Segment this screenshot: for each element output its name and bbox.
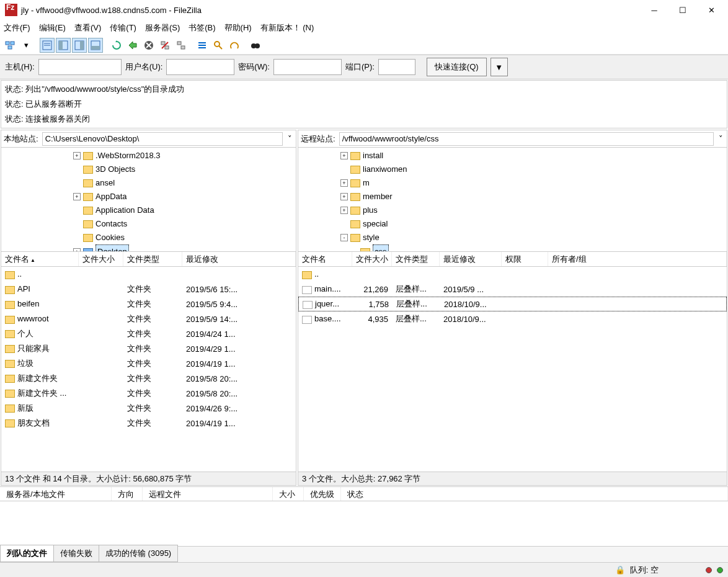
menu-bookmark[interactable]: 书签(B): [189, 22, 215, 34]
close-button[interactable]: ✕: [697, 1, 726, 19]
refresh-button[interactable]: [109, 38, 124, 53]
col-modified[interactable]: 最近修改: [440, 252, 502, 266]
expand-icon[interactable]: +: [73, 248, 81, 252]
menu-transfer[interactable]: 传输(T): [110, 22, 136, 34]
file-row[interactable]: 新建文件夹文件夹2019/5/8 20:...: [1, 371, 296, 386]
file-row[interactable]: 只能家具文件夹2019/4/29 1...: [1, 341, 296, 356]
file-row[interactable]: ..: [1, 267, 296, 282]
tree-node[interactable]: special: [301, 217, 724, 231]
quickconnect-dropdown[interactable]: ▼: [491, 58, 508, 76]
compare-button[interactable]: [227, 38, 242, 53]
search-button[interactable]: [211, 38, 226, 53]
file-row[interactable]: wwwroot文件夹2019/5/9 14:...: [1, 311, 296, 326]
qcol-status[interactable]: 状态: [341, 487, 728, 501]
remote-path-dropdown-icon[interactable]: ˅: [715, 134, 727, 143]
message-log[interactable]: 状态: 列出"/vffwood/wwwroot/style/css"的目录成功 …: [1, 80, 727, 128]
tree-node[interactable]: +AppData: [4, 190, 293, 204]
col-modified[interactable]: 最近修改: [182, 252, 296, 266]
tree-node[interactable]: +m: [301, 176, 724, 190]
col-perm[interactable]: 权限: [502, 252, 548, 266]
site-manager-button[interactable]: [2, 38, 17, 53]
qcol-dir[interactable]: 方向: [112, 487, 143, 501]
tree-node[interactable]: +install: [301, 149, 724, 163]
tree-node[interactable]: +plus: [301, 204, 724, 217]
remote-path-input[interactable]: [339, 132, 714, 146]
local-tree[interactable]: +.WebStorm2018.33D Objectsansel+AppDataA…: [1, 148, 296, 252]
tree-node[interactable]: lianxiwomen: [301, 163, 724, 176]
col-owner[interactable]: 所有者/组: [548, 252, 727, 266]
file-row[interactable]: 新建文件夹 ...文件夹2019/5/8 20:...: [1, 386, 296, 401]
expand-icon[interactable]: +: [340, 179, 348, 187]
filter-button[interactable]: [195, 38, 210, 53]
toggle-log-button[interactable]: [40, 38, 55, 53]
qcol-priority[interactable]: 优先级: [304, 487, 341, 501]
tree-node[interactable]: 3D Objects: [4, 163, 293, 176]
toggle-remote-tree-button[interactable]: [72, 38, 87, 53]
col-name[interactable]: 文件名: [1, 252, 79, 266]
toggle-local-tree-button[interactable]: [56, 38, 71, 53]
local-path-input[interactable]: [42, 132, 283, 146]
file-row[interactable]: 个人文件夹2019/4/24 1...: [1, 326, 296, 341]
cancel-button[interactable]: [141, 38, 156, 53]
toggle-queue-button[interactable]: [88, 38, 103, 53]
minimize-button[interactable]: ─: [640, 1, 668, 19]
tree-node[interactable]: css: [301, 244, 724, 252]
file-row[interactable]: 朋友文档文件夹2019/4/19 1...: [1, 416, 296, 431]
expand-icon[interactable]: -: [340, 234, 348, 241]
binoculars-icon[interactable]: [248, 38, 263, 53]
tab-failed[interactable]: 传输失败: [53, 545, 99, 562]
file-row[interactable]: 新版文件夹2019/4/26 9:...: [1, 401, 296, 416]
reconnect-button[interactable]: [174, 38, 189, 53]
col-size[interactable]: 文件大小: [79, 252, 123, 266]
site-manager-dropdown[interactable]: ▾: [19, 38, 33, 53]
menu-edit[interactable]: 编辑(E): [39, 22, 66, 34]
file-row[interactable]: jquer...1,758层叠样...2018/10/9...: [298, 297, 727, 311]
tree-node[interactable]: Contacts: [4, 217, 293, 231]
menu-server[interactable]: 服务器(S): [145, 22, 180, 34]
tree-node[interactable]: +Desktop: [4, 244, 293, 252]
host-input[interactable]: [38, 59, 122, 75]
col-size[interactable]: 文件大小: [352, 252, 392, 266]
col-type[interactable]: 文件类型: [123, 252, 182, 266]
qcol-size[interactable]: 大小: [273, 487, 304, 501]
maximize-button[interactable]: ☐: [668, 1, 697, 19]
pass-input[interactable]: [273, 59, 342, 75]
file-row[interactable]: main....21,269层叠样...2019/5/9 ...: [298, 282, 727, 297]
expand-icon[interactable]: +: [73, 193, 81, 200]
menu-help[interactable]: 帮助(H): [224, 22, 252, 34]
file-row[interactable]: ..: [298, 267, 727, 282]
menu-file[interactable]: 文件(F): [4, 22, 30, 34]
user-input[interactable]: [166, 59, 234, 75]
file-row[interactable]: 垃圾文件夹2019/4/19 1...: [1, 356, 296, 371]
expand-icon[interactable]: +: [340, 152, 348, 159]
expand-icon[interactable]: +: [340, 207, 348, 214]
queue-body[interactable]: [0, 501, 728, 546]
menu-new-version[interactable]: 有新版本！ (N): [260, 22, 314, 34]
col-type[interactable]: 文件类型: [392, 252, 440, 266]
file-row[interactable]: base....4,935层叠样...2018/10/9...: [298, 311, 727, 326]
qcol-serverfile[interactable]: 服务器/本地文件: [0, 487, 112, 501]
qcol-remote[interactable]: 远程文件: [143, 487, 273, 501]
menu-view[interactable]: 查看(V): [74, 22, 101, 34]
process-queue-button[interactable]: [125, 38, 140, 53]
tree-node[interactable]: +member: [301, 190, 724, 204]
local-file-list[interactable]: ..API文件夹2019/5/6 15:...beifen文件夹2019/5/5…: [1, 267, 296, 472]
tree-node[interactable]: -style: [301, 231, 724, 244]
quickconnect-button[interactable]: 快速连接(Q): [427, 58, 487, 76]
tab-queued[interactable]: 列队的文件: [0, 545, 54, 562]
expand-icon[interactable]: +: [340, 193, 348, 200]
tree-node[interactable]: Cookies: [4, 231, 293, 244]
disconnect-button[interactable]: [158, 38, 172, 53]
tab-success[interactable]: 成功的传输 (3095): [99, 545, 178, 562]
tree-node[interactable]: +.WebStorm2018.3: [4, 149, 293, 163]
col-name[interactable]: 文件名: [298, 252, 352, 266]
tree-node[interactable]: Application Data: [4, 204, 293, 217]
remote-file-list[interactable]: ..main....21,269层叠样...2019/5/9 ...jquer.…: [298, 267, 727, 472]
file-row[interactable]: API文件夹2019/5/6 15:...: [1, 282, 296, 297]
port-input[interactable]: [378, 59, 415, 75]
expand-icon[interactable]: +: [73, 152, 81, 159]
remote-tree[interactable]: +installlianxiwomen+m+member+plusspecial…: [298, 148, 727, 252]
tree-node[interactable]: ansel: [4, 176, 293, 190]
file-row[interactable]: beifen文件夹2019/5/5 9:4...: [1, 297, 296, 311]
local-path-dropdown-icon[interactable]: ˅: [284, 134, 296, 143]
